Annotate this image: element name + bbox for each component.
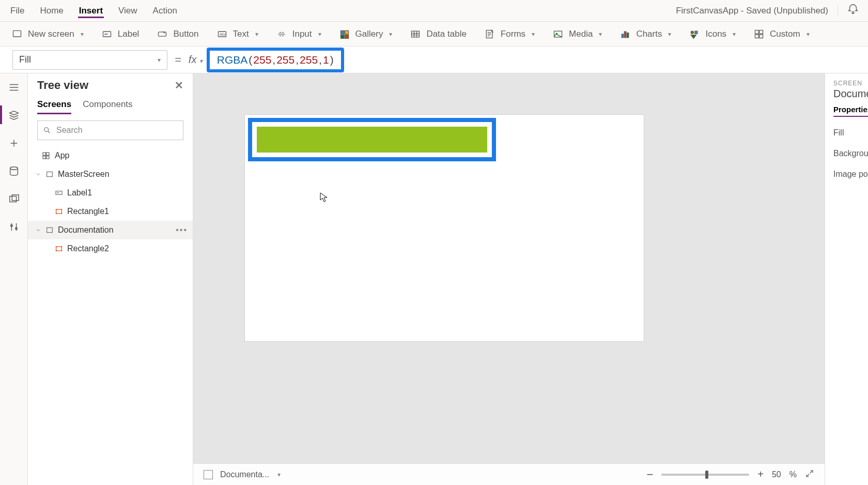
chevron-down-icon: ▾ xyxy=(318,31,321,38)
fx-icon[interactable]: fx ▾ xyxy=(189,54,203,66)
left-rail xyxy=(0,73,28,485)
ribbon: New screen ▾ Label Button Abc Text ▾ Inp… xyxy=(0,22,868,47)
menu-file[interactable]: File xyxy=(9,4,25,18)
more-icon[interactable]: ••• xyxy=(176,225,188,235)
menu-view[interactable]: View xyxy=(117,4,138,18)
zoom-value: 50 xyxy=(772,470,781,479)
svg-rect-8 xyxy=(340,35,344,38)
media-pane-icon[interactable] xyxy=(7,192,21,206)
tree-app[interactable]: App xyxy=(28,146,193,165)
formula-input[interactable]: RGBA ( 255 , 255 , 255 , 1 ) xyxy=(207,48,344,72)
properties-title: Documentation xyxy=(833,88,868,100)
canvas-stage[interactable] xyxy=(193,73,825,463)
menu-action[interactable]: Action xyxy=(152,4,178,18)
artboard[interactable] xyxy=(245,115,644,341)
svg-point-45 xyxy=(56,250,57,251)
svg-rect-1 xyxy=(13,31,21,37)
insert-charts-label: Charts xyxy=(636,29,662,39)
rectangle-icon xyxy=(55,207,63,216)
breadcrumb-screen-icon[interactable] xyxy=(204,470,213,479)
tree-item-label: Rectangle1 xyxy=(67,207,109,216)
rectangle-control[interactable] xyxy=(257,127,487,153)
menu-home[interactable]: Home xyxy=(39,4,64,18)
hamburger-icon[interactable] xyxy=(7,81,21,94)
new-screen-label: New screen xyxy=(28,29,74,39)
selection-box[interactable] xyxy=(248,118,496,161)
svg-rect-21 xyxy=(760,30,763,34)
zoom-in-button[interactable]: + xyxy=(757,468,764,480)
zoom-out-button[interactable]: − xyxy=(646,468,653,481)
property-select[interactable]: Fill ▾ xyxy=(12,50,167,70)
formula-token-num: 255 xyxy=(253,54,271,66)
svg-point-24 xyxy=(10,167,18,170)
zoom-slider[interactable] xyxy=(661,474,749,476)
svg-rect-7 xyxy=(345,31,348,34)
search-input[interactable]: Search xyxy=(37,120,183,140)
tree-item-label: Rectangle2 xyxy=(67,244,109,253)
insert-charts-button[interactable]: Charts ▾ xyxy=(619,29,671,39)
insert-label-button[interactable]: Label xyxy=(101,29,140,39)
canvas-area: Documenta... ▾ − + 50 % xyxy=(193,73,825,485)
insert-pane-icon[interactable] xyxy=(7,137,21,150)
chevron-down-icon[interactable]: ▾ xyxy=(277,471,281,478)
svg-rect-22 xyxy=(755,34,759,38)
svg-point-44 xyxy=(61,246,62,247)
prop-background[interactable]: Background image xyxy=(833,149,868,158)
canvas-footer: Documenta... ▾ − + 50 % xyxy=(193,463,825,485)
new-screen-button[interactable]: New screen ▾ xyxy=(11,29,84,39)
tree-item-rectangle2[interactable]: Rectangle2 xyxy=(28,239,193,258)
zoom-percent: % xyxy=(789,470,797,479)
breadcrumb[interactable]: Documenta... xyxy=(220,470,269,479)
insert-input-button[interactable]: Input ▾ xyxy=(276,29,321,39)
svg-rect-23 xyxy=(760,34,763,38)
cursor-icon xyxy=(320,192,328,203)
tab-screens[interactable]: Screens xyxy=(37,97,71,114)
close-icon[interactable]: ✕ xyxy=(175,79,183,92)
svg-rect-6 xyxy=(340,31,344,34)
fx-label: fx xyxy=(189,54,197,65)
tree-screen-masterscreen[interactable]: MasterScreen xyxy=(28,165,193,184)
rectangle-icon xyxy=(55,245,63,253)
chevron-down-icon: ▾ xyxy=(197,57,202,65)
tree-item-label: Label1 xyxy=(67,188,92,198)
svg-point-37 xyxy=(56,209,57,210)
tree-item-label: MasterScreen xyxy=(58,170,110,179)
prop-image-position[interactable]: Image position xyxy=(833,170,868,179)
tab-properties[interactable]: Properties xyxy=(833,105,868,117)
insert-icons-button[interactable]: Icons ▾ xyxy=(689,29,736,39)
svg-point-29 xyxy=(44,128,49,132)
insert-forms-label: Forms xyxy=(501,29,525,39)
svg-text:Abc: Abc xyxy=(220,32,226,37)
svg-rect-10 xyxy=(412,31,420,37)
advanced-tools-icon[interactable] xyxy=(7,220,21,234)
chevron-down-icon: ▾ xyxy=(158,56,161,64)
formula-token-num: 255 xyxy=(300,54,318,66)
prop-fill[interactable]: Fill xyxy=(833,128,868,138)
tree-screen-documentation[interactable]: Documentation ••• xyxy=(28,221,193,239)
insert-custom-button[interactable]: Custom ▾ xyxy=(753,29,810,39)
insert-gallery-button[interactable]: Gallery ▾ xyxy=(339,29,393,39)
screen-icon xyxy=(45,170,54,178)
menu-insert[interactable]: Insert xyxy=(78,4,104,18)
tree-item-label1[interactable]: Label1 xyxy=(28,184,193,202)
insert-datatable-label: Data table xyxy=(426,29,467,39)
tree-item-rectangle1[interactable]: Rectangle1 xyxy=(28,202,193,221)
tree-item-label: Documentation xyxy=(58,225,114,235)
insert-button-button[interactable]: Button xyxy=(157,29,198,39)
fit-to-screen-icon[interactable] xyxy=(805,469,814,480)
property-name: Fill xyxy=(19,54,31,65)
tab-components[interactable]: Components xyxy=(83,97,132,114)
screen-icon xyxy=(45,226,54,234)
insert-media-button[interactable]: Media ▾ xyxy=(552,29,602,39)
svg-rect-36 xyxy=(56,209,62,214)
svg-point-17 xyxy=(691,31,694,34)
tree-view-icon[interactable] xyxy=(7,109,21,122)
document-status: FirstCanvasApp - Saved (Unpublished) xyxy=(676,6,828,16)
insert-datatable-button[interactable]: Data table xyxy=(410,29,467,39)
svg-rect-31 xyxy=(47,153,49,155)
insert-forms-button[interactable]: Forms ▾ xyxy=(484,29,535,39)
app-checker-icon[interactable] xyxy=(847,4,859,18)
insert-text-button[interactable]: Abc Text ▾ xyxy=(216,29,258,39)
data-pane-icon[interactable] xyxy=(7,164,21,178)
chevron-down-icon: ▾ xyxy=(255,31,258,38)
